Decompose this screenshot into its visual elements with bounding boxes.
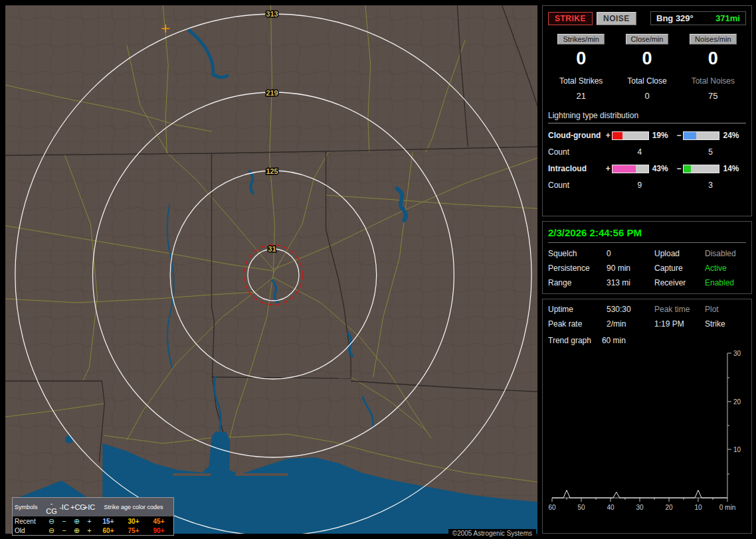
x-tick-10: 10 xyxy=(694,504,702,511)
receiver-status: Enabled xyxy=(705,278,746,287)
legend-age-header: Strike age color codes xyxy=(96,504,171,510)
ic-minus-bar xyxy=(683,165,720,173)
cg-minus-count: 5 xyxy=(675,147,746,157)
peak-time-label: Peak time xyxy=(654,305,705,314)
persistence-value: 90 min xyxy=(607,264,654,273)
copyright-text: ©2005 Astrogenic Systems xyxy=(448,529,536,538)
ring-label-31: 31 xyxy=(268,245,276,253)
status-grid: Squelch 0 Upload Disabled Persistence 90… xyxy=(548,249,746,287)
squelch-value: 0 xyxy=(607,249,654,258)
y-tick-30: 30 xyxy=(733,350,741,357)
uptime-grid: Uptime 530:30 Peak time Plot Peak rate 2… xyxy=(548,305,746,329)
county-borders xyxy=(5,5,537,534)
y-tick-20: 20 xyxy=(733,398,741,406)
map-legend: Symbols -CG -IC +CG +IC Strike age color… xyxy=(12,497,174,536)
strike-toggle-button[interactable]: STRIKE xyxy=(548,12,593,25)
total-strikes-label: Total Strikes xyxy=(548,76,614,86)
x-tick-0min: 0 min xyxy=(719,504,735,511)
neg-ic-recent-icon: − xyxy=(58,517,70,525)
bearing-readout: Bng 329° 371mi xyxy=(650,11,746,25)
ring-label-219: 219 xyxy=(266,89,278,97)
status-panel: 2/3/2026 2:44:56 PM Squelch 0 Upload Dis… xyxy=(542,221,752,294)
plot-label: Plot xyxy=(705,305,746,314)
noises-per-min-button[interactable]: Noises/min xyxy=(690,34,736,44)
cg-plus-bar xyxy=(612,131,649,140)
cloud-ground-label: Cloud-ground xyxy=(548,131,604,140)
ic-count-label: Count xyxy=(548,181,605,190)
ic-plus-count: 9 xyxy=(605,181,676,190)
trend-graph-label: Trend graph xyxy=(548,336,591,345)
close-per-min-button[interactable]: Close/min xyxy=(626,34,669,44)
legend-col-pos-ic: +IC xyxy=(83,503,96,511)
range-value: 313 mi xyxy=(607,278,654,287)
distribution-title: Lightning type distribution xyxy=(548,111,746,123)
intracloud-count-row: Count 9 3 xyxy=(548,181,746,190)
legend-col-neg-cg: -CG xyxy=(45,499,58,515)
trend-line xyxy=(552,490,727,498)
pos-cg-recent-icon: ⊕ xyxy=(70,517,83,525)
legend-recent-label: Recent xyxy=(15,518,45,525)
neg-cg-recent-icon: ⊖ xyxy=(45,517,58,525)
persistence-label: Persistence xyxy=(548,264,607,273)
ic-plus-bar xyxy=(612,165,649,173)
trend-panel: Uptime 530:30 Peak time Plot Peak rate 2… xyxy=(542,299,752,534)
legend-recent-row: Recent ⊖ − ⊕ + 15+ 30+ 45+ xyxy=(13,516,173,526)
squelch-label: Squelch xyxy=(548,249,607,258)
peak-rate-label: Peak rate xyxy=(548,319,607,329)
cg-minus-pct: 24% xyxy=(719,131,746,140)
y-tick-10: 10 xyxy=(733,446,741,453)
minus-sign: − xyxy=(675,164,683,173)
close-per-min-column: Close/min 0 Total Close 0 xyxy=(614,34,680,101)
total-noises-label: Total Noises xyxy=(680,76,746,86)
ic-plus-pct: 43% xyxy=(649,164,676,173)
map-canvas: 313 219 125 31 xyxy=(5,5,537,534)
strikes-per-min-value: 0 xyxy=(548,48,614,69)
peak-rate-value: 2/min xyxy=(607,319,654,329)
age-30: 30+ xyxy=(121,518,146,525)
peak-time-value: 1:19 PM xyxy=(654,319,705,329)
rate-columns: Strikes/min 0 Total Strikes 21 Close/min… xyxy=(548,34,746,101)
cg-plus-count: 4 xyxy=(605,147,676,157)
neg-cg-old-icon: ⊖ xyxy=(45,526,58,534)
app-window: 313 219 125 31 Symbols -CG -IC +CG +IC S… xyxy=(0,0,756,539)
strike-stats-panel: STRIKE NOISE Bng 329° 371mi Strikes/min … xyxy=(542,5,752,216)
legend-old-label: Old xyxy=(15,527,45,534)
noises-per-min-column: Noises/min 0 Total Noises 75 xyxy=(680,34,746,101)
cg-count-label: Count xyxy=(548,147,605,157)
strikes-per-min-button[interactable]: Strikes/min xyxy=(557,34,604,44)
noise-toggle-button[interactable]: NOISE xyxy=(597,12,636,25)
age-90: 90+ xyxy=(146,527,171,534)
age-75: 75+ xyxy=(121,527,146,534)
lightning-map[interactable]: 313 219 125 31 Symbols -CG -IC +CG +IC S… xyxy=(5,5,537,534)
capture-status: Active xyxy=(705,264,746,273)
cg-plus-pct: 19% xyxy=(649,131,676,140)
noises-per-min-value: 0 xyxy=(680,48,746,69)
capture-label: Capture xyxy=(654,264,705,273)
uptime-label: Uptime xyxy=(548,305,607,314)
intracloud-row: Intracloud + 43% − 14% xyxy=(548,164,746,173)
receiver-label: Receiver xyxy=(654,278,705,287)
x-tick-30: 30 xyxy=(636,504,644,511)
age-15: 15+ xyxy=(96,518,121,525)
total-noises-value: 75 xyxy=(680,91,746,101)
neg-ic-old-icon: − xyxy=(58,526,70,534)
legend-old-row: Old ⊖ − ⊕ + 60+ 75+ 90+ xyxy=(13,526,173,535)
x-major-ticks xyxy=(552,498,727,502)
upload-status: Disabled xyxy=(705,249,746,258)
ring-label-313: 313 xyxy=(266,10,278,18)
age-45: 45+ xyxy=(146,518,171,525)
total-strikes-value: 21 xyxy=(548,91,614,101)
age-60: 60+ xyxy=(96,527,121,534)
legend-symbols-header: Symbols xyxy=(15,504,45,510)
cg-minus-bar xyxy=(683,131,720,140)
plot-value: Strike xyxy=(705,319,746,329)
pos-cg-old-icon: ⊕ xyxy=(70,526,83,534)
ring-label-125: 125 xyxy=(266,167,278,175)
uptime-value: 530:30 xyxy=(607,305,654,314)
datetime-display: 2/3/2026 2:44:56 PM xyxy=(548,227,746,243)
legend-col-pos-cg: +CG xyxy=(70,503,83,511)
total-close-label: Total Close xyxy=(614,76,680,86)
legend-header: Symbols -CG -IC +CG +IC Strike age color… xyxy=(13,498,173,516)
trend-graph: 30 20 10 60 50 40 30 20 10 0 min xyxy=(548,348,746,518)
range-label: Range xyxy=(548,278,607,287)
